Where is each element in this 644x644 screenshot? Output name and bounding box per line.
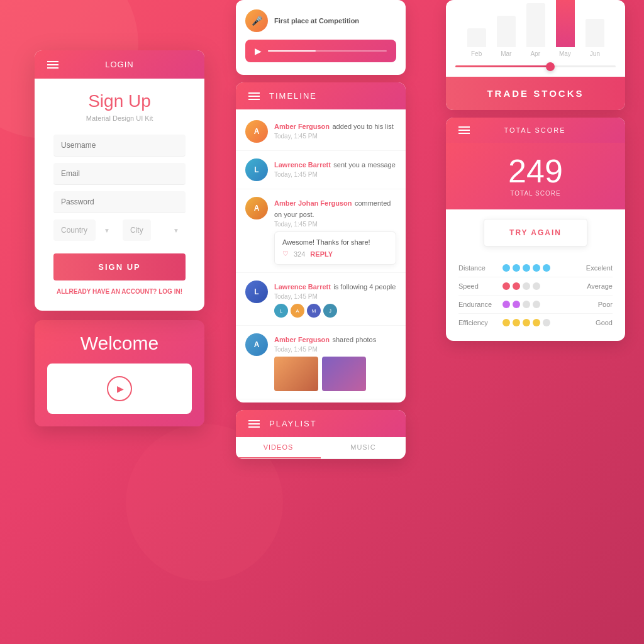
metric-dot (502, 301, 510, 308)
follower-avatar: J (323, 304, 337, 318)
metric-dot (502, 319, 510, 326)
log-in-link[interactable]: LOG IN! (158, 288, 182, 295)
timeline-content: Amber Ferguson shared photos Today, 1:45… (274, 333, 396, 391)
signup-card: LOGIN Sign Up Material Design UI Kit Cou… (35, 50, 204, 311)
score-header-title: TOTAL SCORE (504, 126, 565, 134)
signup-subtitle: Material Design UI Kit (53, 114, 186, 122)
password-field[interactable] (53, 191, 186, 213)
chart-month: Mar (501, 50, 511, 57)
timeline-time: Today, 1:45 PM (274, 133, 396, 140)
follower-avatar: L (274, 304, 288, 318)
timeline-time: Today, 1:45 PM (274, 221, 396, 228)
playlist-menu-icon[interactable] (248, 420, 260, 428)
metric-row-efficiency: Efficiency Good (458, 314, 613, 331)
metric-dot (513, 301, 520, 308)
country-arrow-icon: ▼ (104, 227, 110, 234)
stocks-card: Feb Mar Apr May Jun TRADE STOCKS (446, 0, 625, 110)
chart-bar (467, 28, 486, 47)
city-select[interactable]: City (123, 219, 151, 241)
chart-month: Jun (590, 50, 600, 57)
timeline-time: Today, 1:45 PM (274, 293, 396, 300)
score-menu-icon[interactable] (458, 126, 470, 134)
slider-thumb[interactable] (546, 62, 555, 71)
signup-button[interactable]: SIGN UP (53, 253, 186, 280)
country-wrapper: Country ▼ (53, 219, 116, 241)
tab-music[interactable]: MUSIC (321, 437, 406, 458)
metric-dot (523, 282, 530, 290)
metric-dots (502, 282, 578, 290)
play-icon: ▶ (117, 384, 124, 394)
chart-bar-active (556, 0, 575, 47)
follower-avatar: M (307, 304, 321, 318)
metric-name: Distance (458, 264, 502, 272)
welcome-inner: ▶ (47, 364, 192, 414)
music-header: 🎤 First place at Competition (245, 9, 396, 32)
timeline-item: L Lawrence Barrett sent you a message To… (236, 151, 406, 189)
followers-row: L A M J (274, 304, 396, 318)
chart-months: Feb Mar Apr May Jun (455, 47, 616, 60)
progress-bar[interactable] (268, 50, 387, 52)
score-sub-label: TOTAL SCORE (458, 190, 613, 197)
metric-dot (513, 282, 520, 290)
music-info: First place at Competition (274, 17, 396, 25)
avatar: A (245, 333, 268, 356)
login-bar-title: LOGIN (105, 60, 133, 69)
try-again-button[interactable]: TRY AGAIN (484, 219, 587, 247)
photo-thumbnail[interactable] (274, 357, 318, 391)
metric-dot (502, 264, 510, 272)
metric-dots (502, 301, 578, 308)
slider-track[interactable] (455, 65, 616, 67)
score-card: TOTAL SCORE 249 TOTAL SCORE TRY AGAIN Di… (446, 118, 625, 341)
middle-column: 🎤 First place at Competition ▶ TIMELINE … (236, 0, 406, 459)
progress-fill (268, 50, 316, 52)
timeline-title: TIMELINE (269, 91, 317, 101)
reply-button[interactable]: REPLY (310, 250, 333, 258)
playlist-tabs: VIDEOS MUSIC (236, 437, 406, 459)
chart-bar (526, 3, 545, 47)
metric-dot (543, 264, 550, 272)
timeline-item: A Amber Ferguson added you to his list T… (236, 113, 406, 151)
chart-bar (497, 16, 516, 47)
play-button[interactable]: ▶ (255, 46, 262, 56)
chart-month: Apr (530, 50, 540, 57)
heart-icon[interactable]: ♡ (282, 250, 289, 258)
email-field[interactable] (53, 163, 186, 185)
timeline-menu-icon[interactable] (248, 92, 260, 100)
comment-box: Awesome! Thanks for share! ♡ 324 REPLY (274, 231, 396, 265)
chart-bars (455, 9, 616, 47)
timeline-text: Lawrence Barrett sent you a message (274, 158, 396, 170)
signup-heading: Sign Up (53, 91, 186, 111)
metric-dots (502, 264, 578, 272)
menu-icon[interactable] (47, 61, 58, 69)
welcome-heading: Welcome (47, 333, 192, 354)
metric-dot (502, 282, 510, 290)
metric-dots (502, 319, 578, 326)
metric-row-endurance: Endurance Poor (458, 296, 613, 314)
country-select[interactable]: Country (53, 219, 96, 241)
welcome-card: Welcome ▶ (35, 320, 204, 426)
login-link-row: ALLREADY HAVE AN ACCOUNT? LOG IN! (53, 288, 186, 295)
trade-stocks-button[interactable]: TRADE STOCKS (446, 77, 625, 110)
music-avatar: 🎤 (245, 9, 268, 32)
city-arrow-icon: ▼ (173, 227, 179, 234)
shared-photos (274, 357, 396, 391)
tab-videos[interactable]: VIDEOS (236, 437, 321, 458)
score-metrics: Distance Excelent Speed (446, 256, 625, 341)
chart-bar (586, 19, 604, 47)
score-header: TOTAL SCORE (446, 118, 625, 143)
avatar: A (245, 120, 268, 143)
chart-month: May (559, 50, 571, 57)
login-header: LOGIN (35, 50, 204, 79)
username-field[interactable] (53, 135, 186, 157)
timeline-card: TIMELINE A Amber Ferguson added you to h… (236, 82, 406, 402)
timeline-time: Today, 1:45 PM (274, 171, 396, 178)
photo-thumbnail[interactable] (322, 357, 366, 391)
avatar: L (245, 280, 268, 303)
location-row: Country ▼ City ▼ (53, 219, 186, 241)
follower-avatar: A (291, 304, 304, 318)
timeline-text: Amber Johan Ferguson commented on your p… (274, 197, 396, 219)
welcome-play-button[interactable]: ▶ (107, 376, 132, 401)
timeline-header: TIMELINE (236, 82, 406, 109)
metric-rating: Average (578, 282, 613, 290)
close-button[interactable]: ✕ (600, 215, 619, 234)
